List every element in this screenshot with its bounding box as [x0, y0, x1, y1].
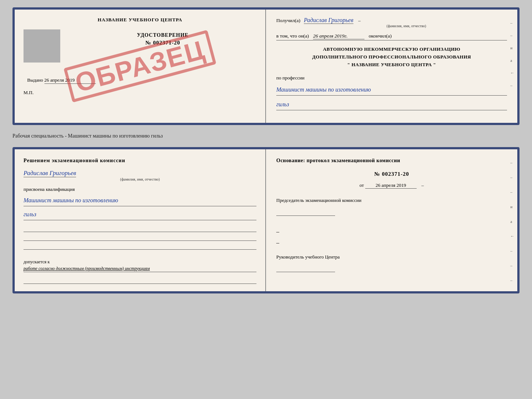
qualification-2: гильз [24, 209, 256, 220]
cert-udostoverenie-block: УДОСТОВЕРЕНИЕ № 002371-20 [66, 32, 256, 46]
dopuskaetsya-block: допускается к работе согласно должностны… [24, 259, 256, 272]
specialty-label: Рабочая специальность - Машинист машины … [12, 132, 520, 140]
second-left-panel: Решением экзаменационной комиссии Радисл… [15, 149, 266, 291]
document-card-1: НАЗВАНИЕ УЧЕБНОГО ЦЕНТРА УДОСТОВЕРЕНИЕ №… [12, 7, 520, 125]
right-side-chars: – – и а ← – [510, 21, 514, 88]
predsedatel-title: Председатель экзаменационной комиссии [276, 197, 507, 204]
dopuskaetsya-text: работе согласно должностным (производств… [24, 265, 256, 272]
vtom-label: в том, что он(а) [276, 33, 309, 39]
rukovoditel-title: Руководитель учебного Центра [276, 253, 507, 261]
prisvoena-label: присвоена квалификация [24, 186, 256, 192]
vydano-date: 26 апреля 2019 [44, 77, 96, 84]
protocol-number: № 002371-20 [276, 171, 507, 177]
protocol-date-value: 26 апреля 2019 [365, 182, 417, 189]
extra-lines-left [24, 225, 256, 250]
recipient-name: Радислав Григорьев [304, 17, 353, 24]
org-line1: АВТОНОМНУЮ НЕКОММЕРЧЕСКУЮ ОРГАНИЗАЦИЮ [276, 46, 507, 53]
right-side-chars-2: – – – и а ← – – – [510, 160, 514, 282]
predsedatel-section: Председатель экзаменационной комиссии [276, 197, 507, 222]
page-wrapper: НАЗВАНИЕ УЧЕБНОГО ЦЕНТРА УДОСТОВЕРЕНИЕ №… [7, 7, 525, 293]
rukovoditel-section: Руководитель учебного Центра [276, 253, 507, 272]
person-subfont: (фамилия, имя, отчество) [24, 177, 256, 181]
profession-name-2: гильз [276, 99, 507, 110]
org-name: " НАЗВАНИЕ УЧЕБНОГО ЦЕНТРА " [276, 61, 507, 69]
cert-mp: М.П. [24, 90, 256, 96]
vtom-line: в том, что он(а) 26 апреля 2019г. окончи… [276, 33, 507, 40]
osnov-header: Основание: протокол экзаменационной коми… [276, 157, 507, 164]
cert-left-panel: НАЗВАНИЕ УЧЕБНОГО ЦЕНТРА УДОСТОВЕРЕНИЕ №… [15, 10, 266, 123]
poluchil-label: Получил(a) [276, 18, 301, 23]
profession-label: по профессии [276, 75, 507, 81]
ot-label: от [359, 182, 364, 188]
poluchil-line: Получил(a) Радислав Григорьев – (фамилия… [276, 17, 507, 28]
cert-number: № 002371-20 [69, 40, 256, 46]
protocol-date: от 26 апреля 2019 – [276, 182, 507, 189]
cert-right-panel: Получил(a) Радислав Григорьев – (фамилия… [266, 10, 517, 123]
cert-title: УДОСТОВЕРЕНИЕ [69, 32, 256, 38]
org-line2: ДОПОЛНИТЕЛЬНОГО ПРОФЕССИОНАЛЬНОГО ОБРАЗО… [276, 53, 507, 61]
cert-photo [24, 29, 60, 63]
vydano-label: Выдано [27, 77, 43, 83]
cert-vydano: Выдано 26 апреля 2019 [27, 77, 256, 84]
vtom-date: 26 апреля 2019г. [313, 33, 364, 39]
profession-name-1: Машинист машины по изготовлению [276, 85, 507, 96]
rukovoditel-sig-line [276, 266, 335, 272]
person-name-block: Радислав Григорьев (фамилия, имя, отчест… [24, 167, 256, 181]
org-block: АВТОНОМНУЮ НЕКОММЕРЧЕСКУЮ ОРГАНИЗАЦИЮ ДО… [276, 46, 507, 68]
cert-header: НАЗВАНИЕ УЧЕБНОГО ЦЕНТРА [24, 17, 256, 23]
qualification-1: Машинист машины по изготовлению [24, 195, 256, 206]
dash1: – [358, 18, 361, 23]
person-name: Радислав Григорьев [24, 170, 76, 177]
second-right-panel: Основание: протокол экзаменационной коми… [266, 149, 517, 291]
okonchil-label: окончил(а) [369, 33, 392, 39]
document-card-2: Решением экзаменационной комиссии Радисл… [12, 147, 520, 293]
predsedatel-sig-line [276, 209, 335, 216]
komissia-header: Решением экзаменационной комиссии [24, 157, 256, 164]
dopuskaetsya-label: допускается к [24, 259, 50, 264]
recipient-subfont: (фамилия, имя, отчество) [306, 24, 507, 28]
